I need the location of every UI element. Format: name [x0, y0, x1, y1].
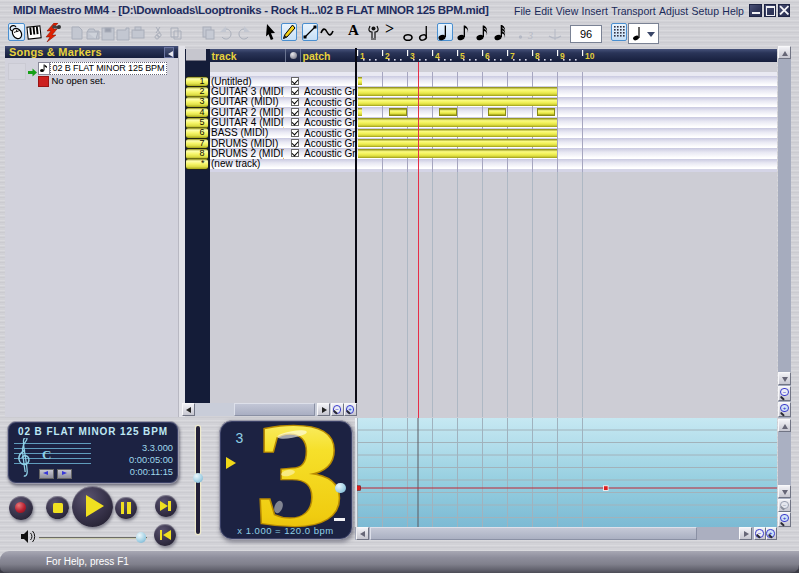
svg-text:3: 3: [254, 421, 345, 539]
svg-text:C: C: [42, 447, 51, 462]
